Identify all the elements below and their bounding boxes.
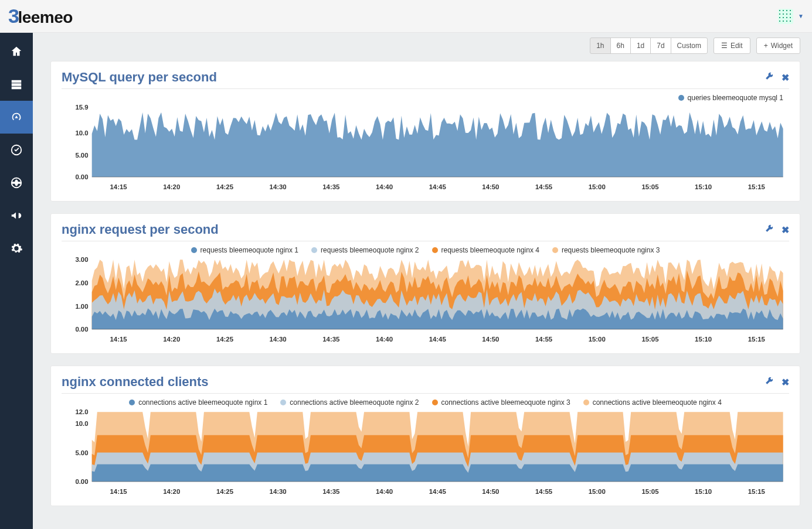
legend-label: connections active bleemeoquote nginx 2 — [290, 398, 419, 407]
legend-item[interactable]: connections active bleemeoquote nginx 2 — [280, 398, 419, 407]
edit-icon: ☰ — [721, 42, 728, 50]
topbar: 3leemeo ▼ — [0, 0, 812, 33]
legend-item[interactable]: connections active bleemeoquote nginx 4 — [583, 398, 722, 407]
legend-item[interactable]: queries bleemeoquote mysql 1 — [678, 94, 783, 102]
sidebar-item-dashboards[interactable] — [0, 101, 33, 134]
legend-item[interactable]: requests bleemeoquote nginx 2 — [311, 246, 419, 254]
close-icon[interactable]: ✖ — [782, 72, 789, 83]
svg-text:15:00: 15:00 — [589, 183, 606, 190]
wrench-icon[interactable] — [765, 72, 773, 83]
panel-title: MySQL query per second — [62, 70, 217, 85]
legend-item[interactable]: requests bleemeoquote nginx 3 — [552, 246, 660, 254]
sidebar-item-servers[interactable] — [0, 68, 33, 101]
close-icon[interactable]: ✖ — [782, 377, 789, 388]
svg-text:14:50: 14:50 — [482, 336, 499, 343]
panel-header: MySQL query per second ✖ — [62, 70, 789, 89]
edit-button[interactable]: ☰ Edit — [714, 37, 750, 54]
range-1d[interactable]: 1d — [630, 37, 651, 54]
legend-swatch — [552, 247, 558, 253]
svg-text:10.0: 10.0 — [75, 129, 88, 136]
panel-actions: ✖ — [765, 377, 789, 388]
sidebar-item-home[interactable] — [0, 35, 33, 68]
svg-text:14:15: 14:15 — [110, 336, 127, 343]
svg-text:14:20: 14:20 — [163, 336, 180, 343]
svg-text:14:40: 14:40 — [376, 488, 393, 495]
legend-label: queries bleemeoquote mysql 1 — [688, 94, 783, 102]
legend-item[interactable]: connections active bleemeoquote nginx 3 — [432, 398, 570, 407]
svg-text:15:05: 15:05 — [641, 183, 658, 190]
chevron-down-icon: ▼ — [798, 13, 804, 19]
server-icon — [10, 78, 23, 91]
svg-text:14:25: 14:25 — [216, 336, 233, 343]
svg-text:14:50: 14:50 — [482, 488, 499, 495]
sidebar-item-announcements[interactable] — [0, 199, 33, 232]
legend-label: requests bleemeoquote nginx 4 — [441, 246, 539, 254]
chart[interactable]: 0.005.0010.015.914:1514:2014:2514:3014:3… — [62, 104, 789, 195]
chart[interactable]: 0.001.002.003.0014:1514:2014:2514:3014:3… — [62, 257, 789, 347]
legend-label: connections active bleemeoquote nginx 3 — [441, 398, 570, 407]
gauge-icon — [10, 111, 23, 124]
range-6h[interactable]: 6h — [610, 37, 631, 54]
chart-svg: 0.005.0010.012.014:1514:2014:2514:3014:3… — [62, 409, 789, 500]
svg-text:14:45: 14:45 — [429, 336, 446, 343]
range-Custom[interactable]: Custom — [671, 37, 708, 54]
wrench-icon[interactable] — [765, 224, 773, 236]
svg-text:14:35: 14:35 — [322, 488, 339, 495]
svg-text:14:35: 14:35 — [322, 336, 339, 343]
legend-item[interactable]: requests bleemeoquote nginx 4 — [432, 246, 539, 254]
svg-text:14:45: 14:45 — [429, 488, 446, 495]
svg-text:14:25: 14:25 — [216, 488, 233, 495]
svg-text:3.00: 3.00 — [75, 257, 88, 263]
svg-text:1.00: 1.00 — [75, 303, 88, 310]
legend-swatch — [191, 247, 197, 253]
svg-text:14:55: 14:55 — [535, 336, 552, 343]
svg-text:14:50: 14:50 — [482, 183, 499, 190]
legend-label: requests bleemeoquote nginx 1 — [201, 246, 298, 254]
add-widget-button[interactable]: + Widget — [756, 37, 800, 54]
chart-svg: 0.005.0010.015.914:1514:2014:2514:3014:3… — [62, 104, 789, 195]
svg-text:15:10: 15:10 — [695, 183, 712, 190]
legend-swatch — [311, 247, 317, 253]
panel-title: nginx connected clients — [62, 374, 209, 390]
svg-text:14:20: 14:20 — [163, 183, 180, 190]
check-circle-icon — [10, 144, 23, 156]
legend-item[interactable]: requests bleemeoquote nginx 1 — [191, 246, 298, 254]
svg-text:12.0: 12.0 — [75, 409, 88, 415]
svg-text:14:15: 14:15 — [110, 183, 127, 190]
main: 1h6h1d7dCustom ☰ Edit + Widget MySQL que… — [33, 33, 812, 529]
user-menu[interactable]: ▼ — [778, 9, 804, 24]
logo-text: leemeo — [18, 8, 73, 27]
range-7d[interactable]: 7d — [650, 37, 671, 54]
plus-icon: + — [764, 42, 768, 50]
range-1h[interactable]: 1h — [590, 37, 610, 54]
legend-swatch — [129, 400, 135, 405]
svg-text:14:30: 14:30 — [270, 183, 287, 190]
toolbar: 1h6h1d7dCustom ☰ Edit + Widget — [50, 35, 800, 56]
panel-1: nginx request per second ✖ requests blee… — [50, 213, 800, 354]
panel-actions: ✖ — [765, 72, 789, 83]
panel-actions: ✖ — [765, 224, 789, 236]
sidebar-item-settings[interactable] — [0, 232, 33, 265]
panel-header: nginx request per second ✖ — [62, 222, 789, 241]
edit-label: Edit — [731, 42, 743, 50]
close-icon[interactable]: ✖ — [782, 224, 789, 236]
svg-text:15:00: 15:00 — [589, 336, 606, 343]
sidebar-item-globe[interactable] — [0, 166, 33, 199]
svg-text:14:35: 14:35 — [322, 183, 339, 190]
widget-label: Widget — [771, 42, 793, 50]
sidebar-item-status[interactable] — [0, 134, 33, 166]
svg-text:0.00: 0.00 — [75, 173, 88, 180]
svg-text:0.00: 0.00 — [75, 326, 88, 333]
logo[interactable]: 3leemeo — [8, 5, 73, 28]
legend-item[interactable]: connections active bleemeoquote nginx 1 — [129, 398, 267, 407]
legend-swatch — [432, 400, 438, 405]
legend-label: requests bleemeoquote nginx 3 — [562, 246, 660, 254]
svg-text:14:15: 14:15 — [110, 488, 127, 495]
legend-swatch — [583, 400, 589, 405]
chart[interactable]: 0.005.0010.012.014:1514:2014:2514:3014:3… — [62, 409, 789, 500]
panel-0: MySQL query per second ✖ queries bleemeo… — [50, 61, 800, 202]
legend-label: connections active bleemeoquote nginx 1 — [138, 398, 267, 407]
svg-text:14:30: 14:30 — [270, 336, 287, 343]
wrench-icon[interactable] — [765, 377, 773, 388]
svg-text:14:55: 14:55 — [535, 488, 552, 495]
